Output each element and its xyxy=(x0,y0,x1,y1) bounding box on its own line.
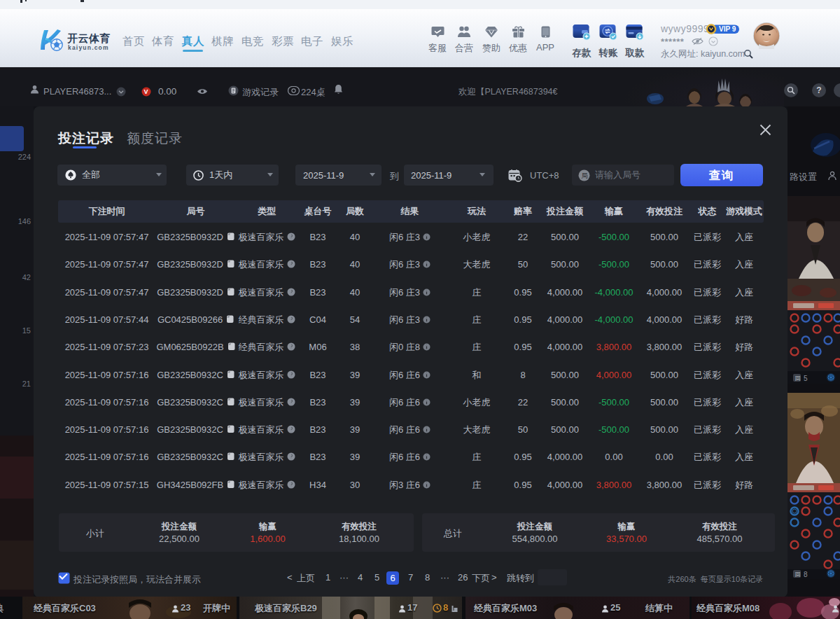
svg-text:局: 局 xyxy=(581,172,588,179)
svg-text:回: 回 xyxy=(795,571,801,578)
svg-text:8: 8 xyxy=(804,571,808,578)
svg-text:VIP 9: VIP 9 xyxy=(719,25,736,33)
svg-text:V: V xyxy=(144,88,148,95)
svg-text:回: 回 xyxy=(795,375,801,382)
svg-text:5: 5 xyxy=(804,375,808,382)
svg-text:?: ? xyxy=(816,85,821,95)
